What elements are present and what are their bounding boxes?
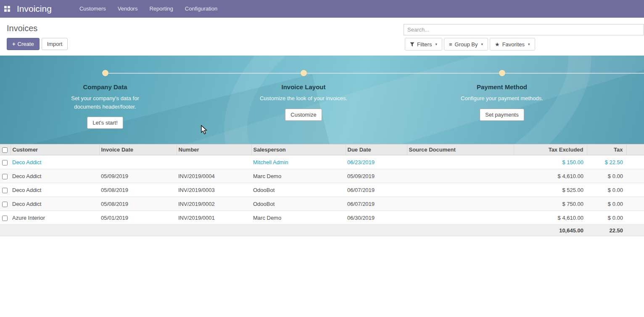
column-header-number[interactable]: Number	[177, 144, 251, 155]
control-panel: Invoices +Create Import Filters ▾ ≡ Grou…	[0, 18, 644, 56]
cell-tax: $ 0.00	[587, 169, 626, 183]
cell-invoice-date: 05/09/2019	[99, 169, 177, 183]
cell-due-date: 06/23/2019	[346, 155, 407, 169]
cell-number	[177, 155, 251, 169]
chevron-down-icon: ▾	[481, 42, 483, 46]
step-description: Configure your payment methods.	[461, 94, 543, 103]
plus-icon: +	[12, 41, 16, 47]
create-button-label: Create	[18, 41, 34, 47]
onboarding-banner: Company Data Set your company's data for…	[0, 56, 644, 144]
cell-customer: Deco Addict	[11, 155, 99, 169]
cell-invoice-date: 05/08/2019	[99, 197, 177, 211]
cell-invoice-date: 05/01/2019	[99, 211, 177, 225]
search-input[interactable]	[404, 24, 644, 35]
cell-salesperson: OdooBot	[251, 197, 346, 211]
step-title: Invoice Layout	[281, 83, 325, 91]
app-title[interactable]: Invoicing	[17, 4, 52, 14]
cell-source-document	[407, 211, 514, 225]
column-header-tax-excluded[interactable]: Tax Excluded	[514, 144, 587, 155]
row-checkbox[interactable]	[2, 216, 8, 221]
column-header-invoice-date[interactable]: Invoice Date	[99, 144, 177, 155]
filters-button[interactable]: Filters ▾	[405, 38, 442, 51]
cell-number: INV/2019/0001	[177, 211, 251, 225]
cell-source-document	[407, 155, 514, 169]
column-header-customer[interactable]: Customer	[11, 144, 99, 155]
cell-tax: $ 0.00	[587, 211, 626, 225]
onboarding-step-payment-method: Payment Method Configure your payment me…	[439, 70, 565, 121]
row-checkbox-cell	[0, 183, 11, 197]
menu-reporting[interactable]: Reporting	[143, 0, 179, 18]
cell-source-document	[407, 169, 514, 183]
menu-customers[interactable]: Customers	[74, 0, 112, 18]
column-header-salesperson[interactable]: Salesperson	[251, 144, 346, 155]
column-header-source-document[interactable]: Source Document	[407, 144, 514, 155]
create-button[interactable]: +Create	[7, 38, 40, 50]
lets-start-button[interactable]: Let's start!	[87, 117, 123, 129]
apps-grid-square	[4, 9, 7, 12]
favorites-button[interactable]: ★ Favorites ▾	[490, 38, 535, 51]
table-row[interactable]: Deco Addict 05/09/2019 INV/2019/0004 Mar…	[0, 169, 644, 183]
cell-customer: Deco Addict	[11, 169, 99, 183]
table-row[interactable]: Deco Addict 05/08/2019 INV/2019/0002 Odo…	[0, 197, 644, 211]
chevron-down-icon: ▾	[435, 42, 437, 46]
cell-number: INV/2019/0004	[177, 169, 251, 183]
cell-tax: $ 0.00	[587, 183, 626, 197]
filters-button-label: Filters	[417, 41, 432, 48]
top-navbar: Invoicing Customers Vendors Reporting Co…	[0, 0, 644, 18]
row-checkbox-cell	[0, 169, 11, 183]
step-title: Payment Method	[477, 83, 527, 91]
search-options: Filters ▾ ≡ Group By ▾ ★ Favorites ▾	[405, 38, 535, 51]
cell-tax-excluded: $ 150.00	[514, 155, 587, 169]
cell-due-date: 05/09/2019	[346, 169, 407, 183]
cell-source-document	[407, 197, 514, 211]
main-menu: Customers Vendors Reporting Configuratio…	[74, 0, 223, 18]
import-button[interactable]: Import	[42, 38, 68, 50]
group-by-button[interactable]: ≡ Group By ▾	[444, 38, 488, 51]
cell-tax-excluded: $ 525.00	[514, 183, 587, 197]
menu-configuration[interactable]: Configuration	[179, 0, 223, 18]
group-by-button-label: Group By	[455, 41, 478, 48]
table-row[interactable]: Deco Addict Mitchell Admin 06/23/2019 $ …	[0, 155, 644, 169]
table-totals-row: 10,645.00 22.50	[0, 225, 644, 236]
row-checkbox-cell	[0, 155, 11, 169]
apps-grid-square	[8, 6, 10, 8]
row-checkbox[interactable]	[2, 202, 8, 207]
totals-empty-cell	[0, 225, 514, 236]
cell-spacer	[626, 197, 644, 211]
cell-number: INV/2019/0003	[177, 183, 251, 197]
cell-tax: $ 22.50	[587, 155, 626, 169]
favorites-button-label: Favorites	[502, 41, 525, 48]
row-checkbox[interactable]	[2, 174, 8, 179]
chevron-down-icon: ▾	[528, 42, 530, 46]
select-all-checkbox[interactable]	[2, 147, 8, 153]
table-row[interactable]: Azure Interior 05/01/2019 INV/2019/0001 …	[0, 211, 644, 225]
set-payments-button[interactable]: Set payments	[480, 109, 524, 121]
column-header-due-date[interactable]: Due Date	[346, 144, 407, 155]
group-by-icon: ≡	[449, 41, 452, 48]
column-header-spacer	[626, 144, 644, 155]
cell-salesperson: OdooBot	[251, 183, 346, 197]
cell-due-date: 06/07/2019	[346, 183, 407, 197]
customize-button[interactable]: Customize	[285, 109, 322, 121]
cell-source-document	[407, 183, 514, 197]
table-header-row: Customer Invoice Date Number Salesperson…	[0, 144, 644, 155]
column-header-tax[interactable]: Tax	[587, 144, 626, 155]
apps-grid-icon[interactable]	[4, 6, 10, 12]
cell-salesperson: Mitchell Admin	[251, 155, 346, 169]
cell-salesperson: Marc Demo	[251, 169, 346, 183]
cell-number: INV/2019/0002	[177, 197, 251, 211]
page-title: Invoices	[7, 24, 37, 33]
step-dot-icon	[301, 70, 307, 76]
step-dot-icon	[499, 70, 505, 76]
step-dot-icon	[102, 70, 108, 76]
cell-due-date: 06/30/2019	[346, 211, 407, 225]
cell-spacer	[626, 183, 644, 197]
cell-customer: Deco Addict	[11, 197, 99, 211]
table-row[interactable]: Deco Addict 05/08/2019 INV/2019/0003 Odo…	[0, 183, 644, 197]
row-checkbox[interactable]	[2, 160, 8, 165]
cell-customer: Deco Addict	[11, 183, 99, 197]
row-checkbox[interactable]	[2, 188, 8, 193]
menu-vendors[interactable]: Vendors	[112, 0, 144, 18]
star-icon: ★	[495, 41, 500, 48]
cell-spacer	[626, 169, 644, 183]
